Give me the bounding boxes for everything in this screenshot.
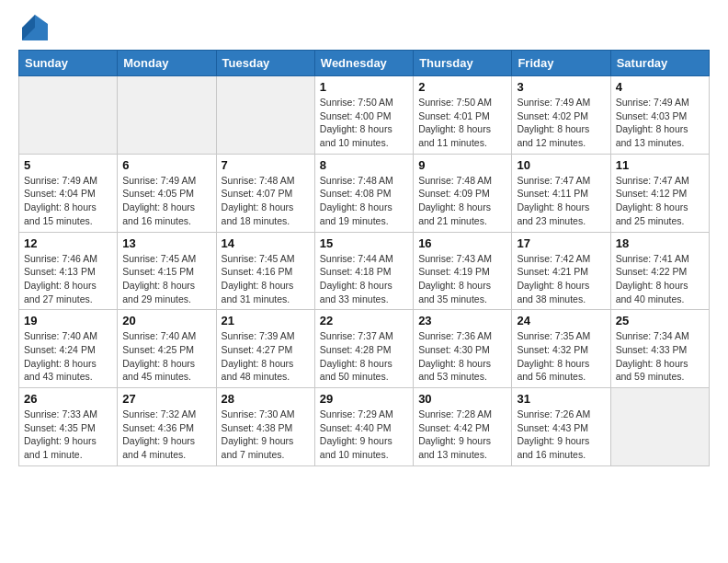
day-number: 13 bbox=[122, 236, 210, 250]
day-info: Sunrise: 7:49 AM Sunset: 4:03 PM Dayligh… bbox=[616, 96, 704, 150]
day-info: Sunrise: 7:47 AM Sunset: 4:12 PM Dayligh… bbox=[616, 174, 704, 228]
day-number: 21 bbox=[222, 314, 310, 327]
day-number: 24 bbox=[517, 314, 605, 327]
day-number: 22 bbox=[320, 314, 408, 327]
calendar-cell: 30Sunrise: 7:28 AM Sunset: 4:42 PM Dayli… bbox=[414, 388, 512, 466]
calendar-cell: 31Sunrise: 7:26 AM Sunset: 4:43 PM Dayli… bbox=[512, 388, 610, 466]
day-info: Sunrise: 7:47 AM Sunset: 4:11 PM Dayligh… bbox=[517, 174, 605, 228]
calendar-cell: 21Sunrise: 7:39 AM Sunset: 4:27 PM Dayli… bbox=[216, 310, 314, 388]
day-number: 14 bbox=[222, 236, 310, 250]
day-info: Sunrise: 7:35 AM Sunset: 4:32 PM Dayligh… bbox=[517, 329, 605, 384]
day-number: 12 bbox=[24, 236, 112, 250]
day-info: Sunrise: 7:37 AM Sunset: 4:28 PM Dayligh… bbox=[320, 329, 408, 384]
day-info: Sunrise: 7:46 AM Sunset: 4:13 PM Dayligh… bbox=[24, 252, 112, 306]
calendar-day-header: Saturday bbox=[610, 51, 709, 76]
day-number: 11 bbox=[616, 158, 704, 172]
day-number: 27 bbox=[122, 392, 210, 406]
calendar-cell: 20Sunrise: 7:40 AM Sunset: 4:25 PM Dayli… bbox=[118, 310, 216, 388]
calendar-day-header: Sunday bbox=[19, 51, 118, 76]
day-number: 15 bbox=[320, 236, 408, 250]
calendar-day-header: Friday bbox=[512, 51, 610, 76]
calendar: SundayMondayTuesdayWednesdayThursdayFrid… bbox=[18, 50, 710, 466]
day-number: 8 bbox=[320, 158, 408, 172]
day-number: 31 bbox=[517, 392, 605, 406]
calendar-week-row: 19Sunrise: 7:40 AM Sunset: 4:24 PM Dayli… bbox=[19, 310, 710, 388]
day-number: 28 bbox=[222, 392, 310, 406]
day-info: Sunrise: 7:48 AM Sunset: 4:09 PM Dayligh… bbox=[418, 174, 506, 228]
calendar-cell: 3Sunrise: 7:49 AM Sunset: 4:02 PM Daylig… bbox=[512, 76, 610, 155]
day-number: 2 bbox=[418, 80, 506, 94]
calendar-cell: 14Sunrise: 7:45 AM Sunset: 4:16 PM Dayli… bbox=[216, 232, 314, 310]
day-info: Sunrise: 7:26 AM Sunset: 4:43 PM Dayligh… bbox=[517, 408, 605, 462]
day-info: Sunrise: 7:49 AM Sunset: 4:05 PM Dayligh… bbox=[122, 174, 210, 228]
day-info: Sunrise: 7:39 AM Sunset: 4:27 PM Dayligh… bbox=[222, 329, 310, 384]
calendar-cell bbox=[19, 76, 118, 155]
calendar-week-row: 12Sunrise: 7:46 AM Sunset: 4:13 PM Dayli… bbox=[19, 232, 710, 310]
day-number: 29 bbox=[320, 392, 408, 406]
day-info: Sunrise: 7:32 AM Sunset: 4:36 PM Dayligh… bbox=[122, 408, 210, 462]
day-number: 4 bbox=[616, 80, 704, 94]
page: SundayMondayTuesdayWednesdayThursdayFrid… bbox=[0, 0, 728, 481]
day-info: Sunrise: 7:45 AM Sunset: 4:15 PM Dayligh… bbox=[122, 252, 210, 306]
day-number: 10 bbox=[517, 158, 605, 172]
day-number: 9 bbox=[418, 158, 506, 172]
day-info: Sunrise: 7:41 AM Sunset: 4:22 PM Dayligh… bbox=[616, 252, 704, 306]
header bbox=[18, 15, 710, 40]
day-info: Sunrise: 7:40 AM Sunset: 4:24 PM Dayligh… bbox=[24, 329, 112, 384]
day-number: 5 bbox=[24, 158, 112, 172]
logo-icon bbox=[22, 15, 48, 40]
calendar-cell: 26Sunrise: 7:33 AM Sunset: 4:35 PM Dayli… bbox=[19, 388, 118, 466]
day-info: Sunrise: 7:42 AM Sunset: 4:21 PM Dayligh… bbox=[517, 252, 605, 306]
logo bbox=[18, 15, 48, 40]
calendar-cell: 8Sunrise: 7:48 AM Sunset: 4:08 PM Daylig… bbox=[314, 154, 413, 232]
day-info: Sunrise: 7:50 AM Sunset: 4:00 PM Dayligh… bbox=[320, 96, 408, 150]
day-number: 26 bbox=[24, 392, 112, 406]
day-number: 18 bbox=[616, 236, 704, 250]
calendar-cell: 22Sunrise: 7:37 AM Sunset: 4:28 PM Dayli… bbox=[314, 310, 413, 388]
day-number: 25 bbox=[616, 314, 704, 327]
day-info: Sunrise: 7:44 AM Sunset: 4:18 PM Dayligh… bbox=[320, 252, 408, 306]
day-info: Sunrise: 7:29 AM Sunset: 4:40 PM Dayligh… bbox=[320, 408, 408, 462]
day-info: Sunrise: 7:45 AM Sunset: 4:16 PM Dayligh… bbox=[222, 252, 310, 306]
calendar-cell: 7Sunrise: 7:48 AM Sunset: 4:07 PM Daylig… bbox=[216, 154, 314, 232]
day-info: Sunrise: 7:36 AM Sunset: 4:30 PM Dayligh… bbox=[418, 329, 506, 384]
day-info: Sunrise: 7:34 AM Sunset: 4:33 PM Dayligh… bbox=[616, 329, 704, 384]
day-info: Sunrise: 7:28 AM Sunset: 4:42 PM Dayligh… bbox=[418, 408, 506, 462]
calendar-week-row: 5Sunrise: 7:49 AM Sunset: 4:04 PM Daylig… bbox=[19, 154, 710, 232]
day-info: Sunrise: 7:48 AM Sunset: 4:07 PM Dayligh… bbox=[222, 174, 310, 228]
day-info: Sunrise: 7:49 AM Sunset: 4:02 PM Dayligh… bbox=[517, 96, 605, 150]
day-info: Sunrise: 7:33 AM Sunset: 4:35 PM Dayligh… bbox=[24, 408, 112, 462]
day-number: 3 bbox=[517, 80, 605, 94]
calendar-cell: 2Sunrise: 7:50 AM Sunset: 4:01 PM Daylig… bbox=[414, 76, 512, 155]
calendar-week-row: 1Sunrise: 7:50 AM Sunset: 4:00 PM Daylig… bbox=[19, 76, 710, 155]
calendar-cell: 23Sunrise: 7:36 AM Sunset: 4:30 PM Dayli… bbox=[414, 310, 512, 388]
calendar-cell bbox=[118, 76, 216, 155]
day-number: 17 bbox=[517, 236, 605, 250]
calendar-cell: 19Sunrise: 7:40 AM Sunset: 4:24 PM Dayli… bbox=[19, 310, 118, 388]
calendar-cell: 24Sunrise: 7:35 AM Sunset: 4:32 PM Dayli… bbox=[512, 310, 610, 388]
calendar-day-header: Monday bbox=[118, 51, 216, 76]
calendar-cell: 27Sunrise: 7:32 AM Sunset: 4:36 PM Dayli… bbox=[118, 388, 216, 466]
calendar-cell: 18Sunrise: 7:41 AM Sunset: 4:22 PM Dayli… bbox=[610, 232, 709, 310]
calendar-day-header: Wednesday bbox=[314, 51, 413, 76]
day-info: Sunrise: 7:43 AM Sunset: 4:19 PM Dayligh… bbox=[418, 252, 506, 306]
calendar-cell: 25Sunrise: 7:34 AM Sunset: 4:33 PM Dayli… bbox=[610, 310, 709, 388]
calendar-cell: 1Sunrise: 7:50 AM Sunset: 4:00 PM Daylig… bbox=[314, 76, 413, 155]
calendar-cell: 10Sunrise: 7:47 AM Sunset: 4:11 PM Dayli… bbox=[512, 154, 610, 232]
calendar-cell bbox=[216, 76, 314, 155]
day-info: Sunrise: 7:30 AM Sunset: 4:38 PM Dayligh… bbox=[222, 408, 310, 462]
calendar-cell: 29Sunrise: 7:29 AM Sunset: 4:40 PM Dayli… bbox=[314, 388, 413, 466]
calendar-header-row: SundayMondayTuesdayWednesdayThursdayFrid… bbox=[19, 51, 710, 76]
calendar-cell: 11Sunrise: 7:47 AM Sunset: 4:12 PM Dayli… bbox=[610, 154, 709, 232]
day-info: Sunrise: 7:40 AM Sunset: 4:25 PM Dayligh… bbox=[122, 329, 210, 384]
day-info: Sunrise: 7:49 AM Sunset: 4:04 PM Dayligh… bbox=[24, 174, 112, 228]
calendar-cell: 15Sunrise: 7:44 AM Sunset: 4:18 PM Dayli… bbox=[314, 232, 413, 310]
calendar-cell: 6Sunrise: 7:49 AM Sunset: 4:05 PM Daylig… bbox=[118, 154, 216, 232]
calendar-cell: 16Sunrise: 7:43 AM Sunset: 4:19 PM Dayli… bbox=[414, 232, 512, 310]
calendar-cell: 4Sunrise: 7:49 AM Sunset: 4:03 PM Daylig… bbox=[610, 76, 709, 155]
day-info: Sunrise: 7:50 AM Sunset: 4:01 PM Dayligh… bbox=[418, 96, 506, 150]
calendar-cell: 28Sunrise: 7:30 AM Sunset: 4:38 PM Dayli… bbox=[216, 388, 314, 466]
calendar-cell: 13Sunrise: 7:45 AM Sunset: 4:15 PM Dayli… bbox=[118, 232, 216, 310]
calendar-cell: 17Sunrise: 7:42 AM Sunset: 4:21 PM Dayli… bbox=[512, 232, 610, 310]
day-number: 30 bbox=[418, 392, 506, 406]
